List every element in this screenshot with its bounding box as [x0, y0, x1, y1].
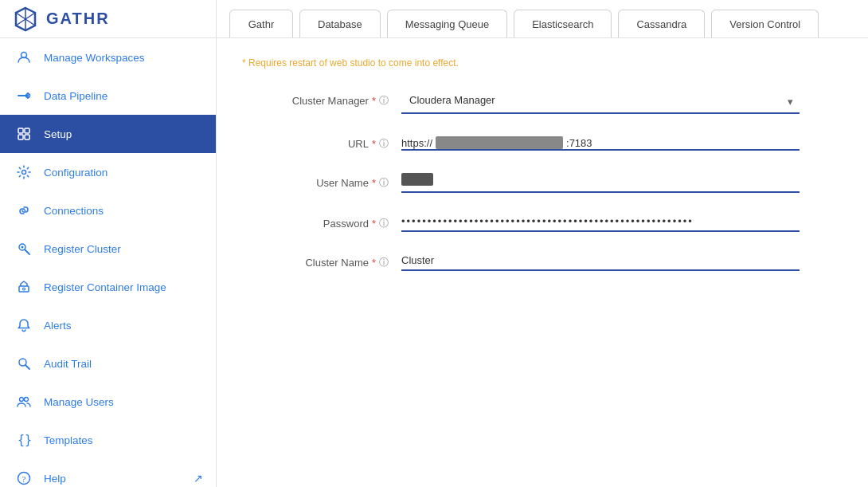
templates-icon: {}: [15, 431, 33, 449]
app-title: GATHR: [46, 10, 110, 28]
svg-point-12: [22, 171, 26, 175]
sidebar-item-label: Manage Users: [44, 396, 114, 408]
sidebar-item-help[interactable]: ? Help ↗: [0, 459, 216, 487]
sidebar-item-label: Audit Trail: [44, 358, 92, 370]
svg-rect-16: [19, 286, 29, 292]
cluster-name-info-icon[interactable]: ⓘ: [379, 256, 389, 269]
cluster-name-value: Cluster: [401, 254, 434, 266]
sidebar-header: GATHR: [0, 0, 216, 38]
sidebar-item-templates[interactable]: {} Templates: [0, 421, 216, 459]
sidebar-item-label: Data Pipeline: [44, 90, 108, 102]
cluster-name-control: Cluster: [401, 254, 800, 271]
username-masked-value: [401, 173, 433, 186]
sidebar-item-register-container-image[interactable]: Register Container Image: [0, 268, 216, 306]
external-link-icon: ↗: [194, 472, 203, 485]
required-star: *: [372, 218, 376, 230]
url-prefix: https://: [401, 137, 432, 149]
svg-text:{}: {}: [18, 433, 31, 447]
sidebar-item-label: Alerts: [44, 320, 72, 332]
svg-rect-8: [18, 128, 23, 133]
sidebar-item-manage-workspaces[interactable]: Manage Workspaces: [0, 38, 216, 77]
data-pipeline-icon: [15, 87, 33, 104]
svg-rect-9: [25, 128, 29, 133]
username-control: [401, 173, 800, 193]
url-row: URL * ⓘ https:// :7183: [242, 136, 843, 151]
sidebar-item-label: Setup: [44, 128, 72, 140]
connections-icon: [15, 202, 33, 219]
restart-notice-text: * Requires restart of web studio to come…: [242, 57, 459, 69]
sidebar-item-label: Manage Workspaces: [44, 52, 145, 64]
sidebar-item-configuration[interactable]: Configuration: [0, 153, 216, 191]
sidebar-item-setup[interactable]: Setup: [0, 115, 216, 153]
sidebar-item-label: Templates: [44, 434, 93, 446]
tab-cassandra[interactable]: Cassandra: [618, 10, 705, 38]
username-info-icon[interactable]: ⓘ: [379, 176, 389, 190]
cluster-manager-row: Cluster Manager * ⓘ Cloudera Manager Amb…: [242, 88, 843, 114]
url-suffix: :7183: [566, 137, 592, 149]
password-info-icon[interactable]: ⓘ: [379, 217, 389, 230]
sidebar: GATHR Manage Workspaces Data Pipeline Se…: [0, 0, 217, 487]
manage-users-icon: [15, 393, 33, 410]
tab-gathr[interactable]: Gathr: [229, 10, 293, 38]
sidebar-item-label: Connections: [44, 205, 104, 217]
username-row: User Name * ⓘ: [242, 173, 843, 193]
sidebar-item-label: Configuration: [44, 167, 108, 179]
tab-elasticsearch[interactable]: Elasticsearch: [514, 10, 612, 38]
cluster-manager-control: Cloudera Manager Ambari None: [401, 88, 800, 114]
help-icon: ?: [15, 469, 33, 487]
required-star: *: [372, 138, 376, 150]
required-star: *: [372, 95, 376, 107]
cluster-manager-select[interactable]: Cloudera Manager Ambari None: [401, 88, 800, 114]
audit-trail-icon: [15, 355, 33, 372]
sidebar-item-alerts[interactable]: Alerts: [0, 306, 216, 344]
svg-point-17: [23, 288, 25, 290]
restart-notice: * Requires restart of web studio to come…: [242, 57, 843, 69]
cluster-manager-label: Cluster Manager * ⓘ: [242, 94, 401, 108]
url-masked-value: [436, 136, 563, 149]
cluster-manager-info-icon[interactable]: ⓘ: [379, 94, 389, 108]
svg-point-15: [22, 246, 24, 249]
alerts-icon: [15, 316, 33, 334]
main-content: Gathr Database Messaging Queue Elasticse…: [217, 0, 868, 487]
svg-rect-11: [25, 135, 29, 139]
password-label: Password * ⓘ: [242, 217, 401, 230]
cluster-name-row: Cluster Name * ⓘ Cluster: [242, 254, 843, 271]
password-row: Password * ⓘ •••••••••••••••••••••••••••…: [242, 215, 843, 232]
password-dots: ••••••••••••••••••••••••••••••••••••••••…: [401, 215, 694, 227]
configuration-icon: [15, 163, 33, 181]
logo-icon: [13, 6, 38, 32]
tab-version-control[interactable]: Version Control: [711, 10, 819, 38]
url-input-wrap: https:// :7183: [401, 136, 800, 151]
sidebar-item-audit-trail[interactable]: Audit Trail: [0, 344, 216, 383]
svg-point-21: [25, 398, 29, 402]
url-label: URL * ⓘ: [242, 137, 401, 151]
cluster-name-label: Cluster Name * ⓘ: [242, 256, 401, 269]
sidebar-item-label: Register Container Image: [44, 281, 166, 293]
register-cluster-icon: [15, 240, 33, 257]
form-area: * Requires restart of web studio to come…: [217, 38, 868, 487]
svg-point-20: [20, 398, 24, 402]
required-star: *: [372, 257, 376, 269]
cluster-manager-select-wrapper: Cloudera Manager Ambari None: [401, 88, 800, 114]
tabs-bar: Gathr Database Messaging Queue Elasticse…: [217, 0, 868, 38]
sidebar-item-manage-users[interactable]: Manage Users: [0, 383, 216, 421]
sidebar-item-connections[interactable]: Connections: [0, 191, 216, 230]
username-label: User Name * ⓘ: [242, 176, 401, 190]
svg-text:?: ?: [22, 474, 26, 484]
password-control: ••••••••••••••••••••••••••••••••••••••••…: [401, 215, 800, 232]
sidebar-item-register-cluster[interactable]: Register Cluster: [0, 230, 216, 268]
manage-workspaces-icon: [15, 49, 33, 66]
tab-messaging-queue[interactable]: Messaging Queue: [387, 10, 508, 38]
svg-line-14: [25, 250, 30, 255]
register-container-icon: [15, 278, 33, 296]
url-info-icon[interactable]: ⓘ: [379, 137, 389, 151]
tab-database[interactable]: Database: [299, 10, 381, 38]
sidebar-item-label: Register Cluster: [44, 243, 121, 255]
url-control: https:// :7183: [401, 136, 800, 151]
required-star: *: [372, 177, 376, 189]
svg-line-19: [25, 365, 29, 369]
sidebar-item-label: Help: [44, 473, 194, 485]
sidebar-item-data-pipeline[interactable]: Data Pipeline: [0, 77, 216, 115]
svg-rect-10: [18, 135, 23, 139]
setup-icon: [15, 125, 33, 143]
